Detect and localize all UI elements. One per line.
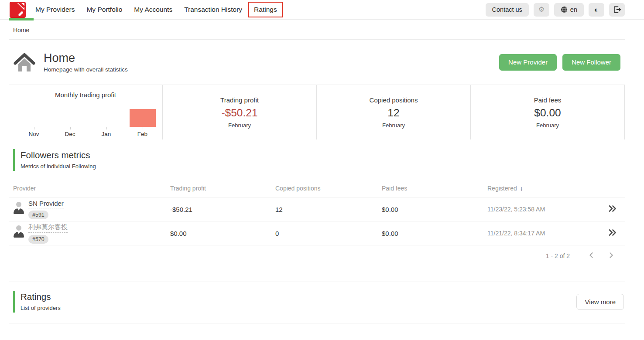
chart-label-jan: Jan xyxy=(97,131,116,137)
trading-profit-value: -$50.21 xyxy=(221,107,257,119)
next-page-button[interactable] xyxy=(607,251,615,261)
cell-paid-fees: $0.00 xyxy=(382,230,487,237)
cell-registered: 11/21/22, 8:34:17 AM xyxy=(487,230,597,237)
nav-item-my-providers[interactable]: My Providers xyxy=(35,6,75,14)
breadcrumb-home[interactable]: Home xyxy=(13,27,29,34)
table-row: 利弗莫尔客投 #570 $0.00 0 $0.00 11/21/22, 8:34… xyxy=(9,221,625,245)
followers-metrics-heading: Followers metrics Metrics of individual … xyxy=(13,149,625,171)
cell-trading-profit: $0.00 xyxy=(170,230,275,237)
logout-button[interactable] xyxy=(609,3,625,17)
double-chevron-right-icon xyxy=(608,205,617,212)
cell-copied-positions: 12 xyxy=(275,206,382,213)
nav-item-my-portfolio[interactable]: My Portfolio xyxy=(86,6,122,14)
provider-link[interactable]: SN Provider xyxy=(28,200,64,208)
ratings-section: Ratings List of providers View more xyxy=(9,282,625,323)
provider-avatar-icon xyxy=(13,224,24,239)
chevron-left-icon xyxy=(588,252,595,258)
provider-id-badge: #591 xyxy=(28,211,48,219)
chart-axis xyxy=(16,101,161,127)
ratings-subtitle: List of providers xyxy=(21,305,61,311)
cell-registered: 11/23/22, 5:23:58 AM xyxy=(487,206,597,213)
active-tab-indicator xyxy=(9,18,34,20)
pagination: 1 - 2 of 2 xyxy=(9,245,625,266)
nav-item-transaction-history[interactable]: Transaction History xyxy=(184,6,242,14)
followers-metrics-title: Followers metrics xyxy=(21,150,625,160)
chart-label-dec: Dec xyxy=(61,131,80,137)
page-title: Home xyxy=(44,51,128,65)
stat-card-copied-positions: Copied positions 12 February xyxy=(317,85,471,139)
home-icon xyxy=(13,52,36,72)
contrast-icon: ◐ xyxy=(594,6,599,14)
stats-strip: Monthly trading profit Nov Dec Jan Feb T… xyxy=(9,85,625,138)
row-expand-button[interactable] xyxy=(607,204,618,214)
ratings-heading: Ratings List of providers xyxy=(13,291,61,313)
gear-icon: ⚙ xyxy=(538,6,545,13)
cell-paid-fees: $0.00 xyxy=(382,206,487,213)
nav-item-ratings[interactable]: Ratings xyxy=(254,6,277,14)
language-label: en xyxy=(570,6,577,13)
col-header-registered[interactable]: Registered↓ xyxy=(487,185,597,192)
bottom-divider xyxy=(9,323,625,323)
language-button[interactable]: en xyxy=(554,3,584,17)
main-nav: My Providers My Portfolio My Accounts Tr… xyxy=(35,6,277,14)
view-more-button[interactable]: View more xyxy=(576,294,624,310)
theme-toggle-button[interactable]: ◐ xyxy=(589,3,604,17)
logout-icon xyxy=(613,6,621,14)
col-header-copied-positions: Copied positions xyxy=(275,185,382,192)
globe-icon xyxy=(561,6,568,13)
chart-label-nov: Nov xyxy=(24,131,44,137)
stat-card-paid-fees: Paid fees $0.00 February xyxy=(471,85,625,139)
provider-avatar-icon xyxy=(13,201,24,215)
pagination-range: 1 - 2 of 2 xyxy=(546,252,570,259)
col-header-paid-fees: Paid fees xyxy=(382,185,487,192)
page-subtitle: Homepage with overall statistics xyxy=(44,66,128,73)
cell-trading-profit: -$50.21 xyxy=(170,206,275,213)
page-header: Home Homepage with overall statistics Ne… xyxy=(9,40,625,85)
ratings-title: Ratings xyxy=(21,292,61,302)
settings-button[interactable]: ⚙ xyxy=(534,3,549,17)
row-expand-button[interactable] xyxy=(607,228,618,238)
paid-fees-value: $0.00 xyxy=(534,107,561,119)
double-chevron-right-icon xyxy=(608,229,617,236)
breadcrumb: Home xyxy=(9,20,625,40)
prev-page-button[interactable] xyxy=(587,251,596,261)
stat-card-trading-profit: Trading profit -$50.21 February xyxy=(163,85,317,139)
monthly-trading-profit-chart: Monthly trading profit Nov Dec Jan Feb xyxy=(9,85,163,139)
sort-desc-icon: ↓ xyxy=(520,185,523,192)
provider-id-badge: #570 xyxy=(28,235,48,244)
brand-logo[interactable] xyxy=(10,2,26,18)
topbar-actions: Contact us ⚙ en ◐ xyxy=(486,3,625,17)
col-header-trading-profit: Trading profit xyxy=(170,185,275,192)
top-bar: My Providers My Portfolio My Accounts Tr… xyxy=(0,0,644,20)
chart-title: Monthly trading profit xyxy=(9,91,162,99)
chart-bar-feb xyxy=(130,109,156,127)
chart-label-feb: Feb xyxy=(133,131,152,137)
nav-item-my-accounts[interactable]: My Accounts xyxy=(134,6,172,14)
copied-positions-value: 12 xyxy=(387,107,399,119)
table-row: SN Provider #591 -$50.21 12 $0.00 11/23/… xyxy=(9,197,625,221)
cell-copied-positions: 0 xyxy=(275,230,382,237)
provider-link[interactable]: 利弗莫尔客投 xyxy=(28,223,68,233)
followers-metrics-subtitle: Metrics of individual Following xyxy=(21,163,625,170)
contact-us-button[interactable]: Contact us xyxy=(486,3,529,17)
col-header-provider: Provider xyxy=(13,185,170,192)
new-provider-button[interactable]: New Provider xyxy=(499,54,557,71)
chevron-right-icon xyxy=(608,252,614,258)
table-header: Provider Trading profit Copied positions… xyxy=(9,179,625,197)
new-follower-button[interactable]: New Follower xyxy=(562,54,620,71)
